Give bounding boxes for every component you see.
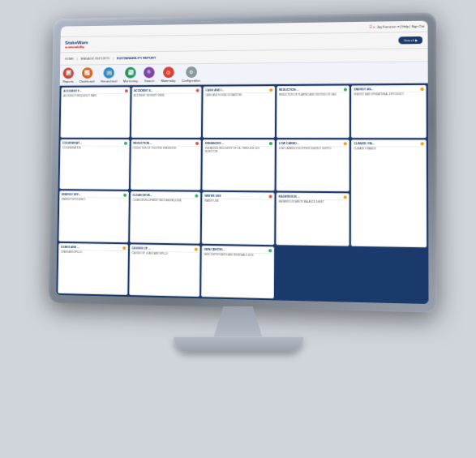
card-water-use[interactable]: WATER USE WATER USE [201,191,273,244]
card-body: LEAKS ANS SPILLS [60,250,125,255]
app-ui: ☰ ● Jay Kameron ▾ | Help | Sign Out Stak… [56,20,428,303]
dashboard-label: Dashboard [79,79,95,83]
card-body: CLIMATE FINANCE [354,148,423,151]
card-body: REDUCTION OF FLARING AND VENTING OF GAS [279,93,347,96]
card-body: COGENERATION [62,147,127,150]
monitor-bezel-inner: ☰ ● Jay Kameron ▾ | Help | Sign Out Stak… [48,12,436,312]
card-dot-green [344,88,347,91]
card-accident-severity[interactable]: ACCIDENT S... ACCIDENT SEVERITY RATE [131,86,201,137]
card-dot-yellow [344,141,347,144]
card-title: ACCIDENT S... [133,88,199,94]
cards-grid: ACCIDENT F... ACCIDENT FREQUENCY RATE AC… [56,83,428,303]
card-dot-yellow [420,141,423,144]
card-dot-red [195,88,199,92]
monitor-base [174,337,303,352]
topbar-icons: ☰ ● [369,24,375,28]
monitoring-icon: 📉 [125,66,136,78]
nav-manage-reports[interactable]: MANAGE REPORTS [79,55,111,61]
card-dot-yellow [420,87,423,90]
card-dot-yellow [122,246,125,249]
icon-configuration[interactable]: ⚙ Configuration [181,66,199,82]
card-clean-development[interactable]: CLEAN DEVE... CLEAN DEVELOPMENT MECHANIS… [129,190,200,242]
monitor-wrapper: ☰ ● Jay Kameron ▾ | Help | Sign Out Stak… [28,15,449,444]
monitor-screen: ☰ ● Jay Kameron ▾ | Help | Sign Out Stak… [56,20,428,303]
card-cash-inkind[interactable]: CASH AND I... CASH AND IN KIND DONATIONS [203,86,275,138]
card-accident-frequency[interactable]: ACCIDENT F... ACCIDENT FREQUENCY RATE [60,87,130,137]
card-leaks-spills[interactable]: LEAKS ANS ... LEAKS ANS SPILLS [58,242,127,295]
card-cogeneration[interactable]: COGENERAT... COGENERATION [59,139,129,190]
monitoring-label: Monitoring [122,78,137,82]
card-dot-green [122,193,126,196]
materiality-label: Materiality [161,78,175,82]
nav-home[interactable]: HOME [62,55,75,61]
card-body: ACCIDENT FREQUENCY RATE [63,95,127,98]
card-energy-operational[interactable]: ENERGY AN... ENERGY AND OPERATIONAL EFFI… [351,84,427,137]
reports-icon: 📊 [62,67,73,79]
logo-name: StakeWare [65,40,88,45]
card-title: ACCIDENT F... [63,89,127,94]
monitor-bezel: ☰ ● Jay Kameron ▾ | Help | Sign Out Stak… [48,12,436,312]
icon-search[interactable]: 🔍 Search [144,66,155,83]
notification-icon: ● [373,24,375,28]
reports-label: Reports [62,79,73,83]
card-hazardous-waste[interactable]: HAZARDOUS ... HAZARDOUS WASTE BALANCE SH… [276,192,349,246]
card-dot-yellow [194,247,197,250]
search-label: Search [403,38,414,42]
card-title: ENHANCED ... [204,141,272,146]
app-logo: StakeWare sustainability [65,40,88,49]
icon-reports[interactable]: 📊 Reports [62,67,73,83]
card-body: CLEAN DEVELOPMENT MECHANISM (CDM) [132,199,198,203]
search-bar[interactable]: Search ▶ [398,36,422,43]
icon-hierarchical[interactable]: 🏢 Hierarchical [101,66,117,83]
icon-materiality[interactable]: ◎ Materiality [161,66,175,82]
card-body: NEW CERTIFICATES AND RENEWALS 2013 [204,253,271,257]
icon-bar: 📊 Reports 📈 Dashboard 🏢 Hierarchical [59,62,427,86]
card-body: ENERGY AND OPERATIONAL EFFICIENCY [354,93,423,96]
card-dot-green [123,141,127,144]
card-body: ENERGY EFFICIENCY [61,199,126,203]
card-dot-red [195,141,199,144]
card-energy-efficiency[interactable]: ENERGY EFF... ENERGY EFFICIENCY [58,190,128,242]
card-body: WATER USE [204,199,272,203]
card-title: CASH AND I... [205,88,272,94]
materiality-icon: ◎ [162,66,174,77]
card-causes-leaks[interactable]: CAUSES OF ... CAUSES OF LEAKS AND SPILLS [128,243,199,296]
nav-sustainability[interactable]: SUSTAINABILITY REPORT [114,54,157,60]
grid-icon: ☰ [369,24,372,28]
card-reduction-fugitive[interactable]: REDUCTION ... REDUCTION OF FUGITIVE EMIS… [130,139,201,190]
dashboard-icon: 📈 [81,66,92,78]
card-body: ENHANCED RECOVERY OF OIL THROUGH CO2 INJ… [204,147,272,153]
configuration-label: Configuration [181,78,199,82]
card-low-carbon[interactable]: LOW CARBO... LOW CARBON FOOTPRINT ENERGY… [276,139,349,191]
card-title: REDUCTION ... [279,88,347,93]
card-dot-green [195,194,198,197]
card-enhanced-recovery[interactable]: ENHANCED ... ENHANCED RECOVERY OF OIL TH… [202,139,274,190]
icon-dashboard[interactable]: 📈 Dashboard [79,66,95,83]
hierarchical-label: Hierarchical [101,79,117,83]
card-title: LOW CARBO... [278,141,347,146]
card-title: ENERGY AN... [354,87,423,92]
card-reduction-flaring[interactable]: REDUCTION ... REDUCTION OF FLARING AND V… [276,85,349,137]
card-dot-yellow [269,88,272,92]
monitor-bezel-outer: ☰ ● Jay Kameron ▾ | Help | Sign Out Stak… [44,15,433,306]
card-climate-finance[interactable]: CLIMATE FIN... CLIMATE FINANCE [351,139,427,246]
card-body: HAZARDOUS WASTE BALANCE SHEET [278,200,347,204]
topbar-user: Jay Kameron ▾ | Help | Sign Out [376,24,424,28]
card-title: COGENERAT... [62,141,127,146]
monitor-neck [214,306,263,337]
card-body: CAUSES OF LEAKS AND SPILLS [131,251,197,255]
logo-tagline: sustainability [65,45,88,49]
card-title: REDUCTION ... [133,141,199,146]
configuration-icon: ⚙ [185,66,196,77]
search-label: Search [144,78,154,82]
card-body: ACCIDENT SEVERITY RATE [133,94,199,97]
search-icon: 🔍 [144,66,155,78]
card-dot-yellow [344,195,347,199]
card-body: LOW CARBON FOOTPRINT ENERGY SUPPLY [278,147,347,150]
search-button[interactable]: ▶ [415,38,418,42]
icon-monitoring[interactable]: 📉 Monitoring [122,66,137,83]
card-dot-green [268,141,272,144]
card-new-certificates[interactable]: NEW CERTIFI... NEW CERTIFICATES AND RENE… [201,245,274,298]
hierarchical-icon: 🏢 [103,66,114,78]
card-body: REDUCTION OF FUGITIVE EMISSIONS [133,147,199,150]
